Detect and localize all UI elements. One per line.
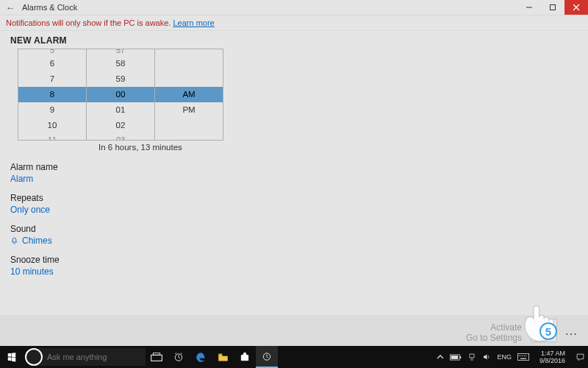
battery-icon[interactable]: [450, 354, 462, 361]
maximize-button[interactable]: [541, 0, 564, 15]
svg-point-16: [519, 355, 520, 356]
repeats-value[interactable]: Only once: [10, 205, 578, 215]
taskbar-app-alarms-active[interactable]: [256, 346, 278, 368]
svg-rect-11: [460, 355, 462, 358]
search-input[interactable]: [43, 348, 146, 366]
alarm-name-field[interactable]: Alarm name Alarm: [10, 162, 578, 184]
minute-option[interactable]: 59: [87, 71, 154, 87]
svg-point-18: [523, 355, 523, 356]
hour-option-selected[interactable]: 8: [18, 87, 86, 102]
keyboard-icon[interactable]: [517, 353, 529, 361]
svg-rect-12: [451, 355, 459, 359]
svg-rect-14: [517, 354, 528, 361]
system-tray: ENG 1:47 AM 9/8/2016: [437, 350, 588, 364]
hour-column[interactable]: 5 6 7 8 9 10 11: [18, 49, 87, 140]
minute-column[interactable]: 57 58 59 00 01 02 03: [87, 49, 155, 140]
taskbar: ENG 1:47 AM 9/8/2016: [0, 346, 588, 368]
cortana-search[interactable]: [25, 348, 146, 366]
minimize-button[interactable]: [517, 0, 541, 15]
svg-rect-4: [151, 355, 162, 361]
svg-point-20: [526, 355, 526, 356]
notification-bar: Notifications will only show if the PC i…: [0, 15, 588, 31]
ampm-option-selected[interactable]: AM: [155, 87, 223, 102]
sound-value[interactable]: Chimes: [10, 236, 578, 246]
svg-rect-7: [218, 353, 222, 355]
notification-text: Notifications will only show if the PC i…: [6, 18, 173, 27]
svg-rect-8: [241, 355, 248, 361]
tray-chevron-icon[interactable]: [437, 353, 444, 361]
sound-field[interactable]: Sound Chimes: [10, 224, 578, 246]
window-title: Alarms & Clock: [21, 3, 77, 12]
hour-option[interactable]: 6: [18, 56, 86, 71]
repeats-field[interactable]: Repeats Only once: [10, 193, 578, 215]
svg-rect-5: [153, 353, 159, 355]
volume-icon[interactable]: [482, 353, 491, 361]
tutorial-step-badge: 5: [539, 322, 557, 340]
window-titlebar: ← Alarms & Clock: [0, 0, 588, 15]
task-view-button[interactable]: [146, 346, 168, 368]
svg-rect-1: [551, 5, 556, 10]
minute-option[interactable]: 01: [87, 102, 154, 118]
activate-windows-watermark: Activate Go to Settings: [466, 322, 522, 343]
hour-option[interactable]: 5: [18, 49, 86, 56]
svg-point-19: [524, 355, 525, 356]
time-picker[interactable]: 5 6 7 8 9 10 11 57 58 59 00 01 02 03: [18, 49, 223, 141]
cortana-icon: [25, 348, 43, 366]
start-button[interactable]: [0, 346, 24, 368]
network-icon[interactable]: [467, 353, 476, 361]
repeats-label: Repeats: [10, 193, 578, 203]
minute-option[interactable]: 02: [87, 118, 154, 133]
sound-label: Sound: [10, 224, 578, 234]
language-indicator[interactable]: ENG: [497, 353, 512, 361]
hour-option[interactable]: 10: [18, 118, 86, 133]
hour-option[interactable]: 7: [18, 71, 86, 87]
ampm-option[interactable]: PM: [155, 102, 223, 118]
snooze-field[interactable]: Snooze time 10 minutes: [10, 255, 578, 277]
close-button[interactable]: [564, 0, 588, 15]
back-button[interactable]: ←: [0, 2, 21, 13]
hour-option[interactable]: 11: [18, 133, 86, 140]
app-command-bar: Activate Go to Settings …: [0, 315, 588, 346]
taskbar-app-alarms[interactable]: [168, 346, 190, 368]
minute-option[interactable]: 57: [87, 49, 154, 56]
countdown-text: In 6 hours, 13 minutes: [98, 143, 578, 152]
more-button[interactable]: …: [562, 323, 581, 339]
svg-rect-13: [470, 354, 474, 358]
taskbar-app-edge[interactable]: [190, 346, 212, 368]
snooze-value[interactable]: 10 minutes: [10, 266, 578, 277]
taskbar-clock[interactable]: 1:47 AM 9/8/2016: [535, 350, 570, 364]
svg-rect-15: [520, 358, 526, 359]
ampm-column[interactable]: AM PM: [155, 49, 223, 140]
alarm-name-label: Alarm name: [10, 162, 578, 172]
learn-more-link[interactable]: Learn more: [173, 18, 214, 27]
hour-option[interactable]: 9: [18, 102, 86, 118]
action-center-icon[interactable]: [576, 353, 585, 362]
taskbar-app-store[interactable]: [234, 346, 256, 368]
main-content: NEW ALARM 5 6 7 8 9 10 11 57 58 59 00 01…: [0, 31, 588, 290]
page-title: NEW ALARM: [10, 35, 578, 46]
snooze-label: Snooze time: [10, 255, 578, 265]
minute-option[interactable]: 58: [87, 56, 154, 71]
bell-icon: [10, 237, 18, 245]
minute-option[interactable]: 03: [87, 133, 154, 140]
alarm-name-value[interactable]: Alarm: [10, 174, 578, 184]
minute-option-selected[interactable]: 00: [87, 87, 154, 102]
taskbar-app-explorer[interactable]: [212, 346, 234, 368]
svg-point-17: [520, 355, 521, 356]
